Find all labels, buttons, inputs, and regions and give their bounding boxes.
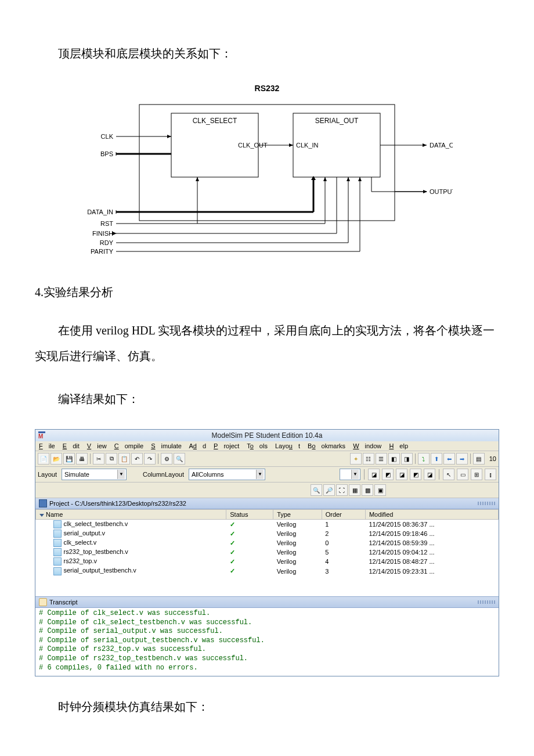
zoom-in-icon[interactable]: 🔍 <box>311 484 322 496</box>
svg-text:RST: RST <box>100 220 113 227</box>
zoom-full-icon[interactable]: ⛶ <box>336 484 348 496</box>
dropdown-small[interactable] <box>340 469 360 480</box>
table-row[interactable]: serial_output.v✓Verilog212/14/2015 09:18… <box>36 529 499 538</box>
cursor-icon[interactable]: ↖ <box>443 469 454 480</box>
svg-text:DATA_IN: DATA_IN <box>87 208 113 215</box>
paste-icon[interactable]: 📋 <box>118 453 130 465</box>
verilog-file-icon <box>53 530 62 538</box>
diagram-svg: CLK_SELECT SERIAL_OUT CLK_OUT CLK_IN CLK… <box>81 99 453 267</box>
menu-project[interactable]: Project <box>214 442 239 449</box>
menu-file[interactable]: File <box>39 442 55 449</box>
project-path: Project - C:/Users/think123/Desktop/rs23… <box>49 500 186 507</box>
zoom-e-icon[interactable]: ▩ <box>362 484 373 496</box>
undo-icon[interactable]: ↶ <box>131 453 143 465</box>
project-panel-title[interactable]: Project - C:/Users/think123/Desktop/rs23… <box>35 498 499 509</box>
transcript-panel-title[interactable]: Transcript <box>35 596 499 608</box>
table-row[interactable]: rs232_top_testbench.v✓Verilog512/14/2015… <box>36 548 499 557</box>
table-row[interactable]: clk_select.v✓Verilog012/14/2015 08:59:39… <box>36 538 499 548</box>
svg-text:PARITY: PARITY <box>91 248 114 255</box>
menu-layout[interactable]: Layout <box>275 442 300 449</box>
up-icon[interactable]: ⬆ <box>431 453 442 465</box>
columnlayout-label: ColumnLayout <box>143 471 184 478</box>
time-label: 10 <box>489 455 496 462</box>
modelsim-logo-icon: M <box>38 431 46 439</box>
sim-b-icon[interactable]: ◩ <box>382 469 394 480</box>
menubar[interactable]: File Edit View Compile Simulate Add Proj… <box>35 441 499 451</box>
col-modified[interactable]: Modified <box>365 510 498 520</box>
col-order[interactable]: Order <box>322 510 365 520</box>
transcript-line: # Compile of clk_select_testbench.v was … <box>39 618 495 628</box>
columnlayout-select[interactable]: AllColumns <box>189 469 265 480</box>
transcript-icon <box>39 598 47 606</box>
compile-icon[interactable]: ⚙ <box>161 453 172 465</box>
table-row[interactable]: rs232_top.v✓Verilog412/14/2015 08:48:27 … <box>36 557 499 566</box>
tool-a-icon[interactable]: ✦ <box>350 453 362 465</box>
verilog-file-icon <box>53 520 62 528</box>
transcript-line: # Compile of serial_output.v was success… <box>39 627 495 636</box>
check-icon: ✓ <box>230 530 235 537</box>
menu-tools[interactable]: Tools <box>247 442 268 449</box>
sim-e-icon[interactable]: ◪ <box>424 469 435 480</box>
layout-select[interactable]: Simulate <box>62 469 127 480</box>
list-icon[interactable]: ▤ <box>473 453 485 465</box>
tool-c-icon[interactable]: ☰ <box>376 453 387 465</box>
svg-text:DATA_OUT: DATA_OUT <box>430 142 453 149</box>
sim-c-icon[interactable]: ◪ <box>396 469 407 480</box>
transcript-output[interactable]: # Compile of clk_select.v was successful… <box>35 608 499 676</box>
fwd-icon[interactable]: ➡ <box>456 453 468 465</box>
zoom-f-icon[interactable]: ▣ <box>374 484 386 496</box>
sim-a-icon[interactable]: ◪ <box>368 469 380 480</box>
tool-d-icon[interactable]: ◧ <box>388 453 400 465</box>
open-icon[interactable]: 📂 <box>50 453 62 465</box>
panel-grip-icon[interactable] <box>478 502 495 505</box>
menu-compile[interactable]: Compile <box>114 442 143 449</box>
menu-add[interactable]: Add <box>189 442 206 449</box>
step-icon[interactable]: ⤵ <box>418 453 430 465</box>
panel-grip-icon[interactable] <box>478 600 495 604</box>
menu-help[interactable]: Help <box>389 442 408 449</box>
col-type[interactable]: Type <box>273 510 322 520</box>
zoom-region-icon[interactable]: ▦ <box>349 484 360 496</box>
svg-text:OUTPUT_EN: OUTPUT_EN <box>430 188 453 195</box>
col-status[interactable]: Status <box>226 510 273 520</box>
sim-d-icon[interactable]: ◩ <box>410 469 421 480</box>
redo-icon[interactable]: ↷ <box>144 453 156 465</box>
verilog-file-icon <box>53 539 62 547</box>
col-name[interactable]: Name <box>36 510 226 520</box>
toolbar-zoom: 🔍 🔎 ⛶ ▦ ▩ ▣ <box>35 483 499 498</box>
copy-icon[interactable]: ⧉ <box>106 453 117 465</box>
modelsim-window: M ModelSim PE Student Edition 10.4a File… <box>35 429 499 676</box>
menu-simulate[interactable]: Simulate <box>151 442 182 449</box>
svg-text:M: M <box>38 433 43 439</box>
find-icon[interactable]: 🔍 <box>174 453 185 465</box>
tool-b-icon[interactable]: ☷ <box>363 453 374 465</box>
wave-a-icon[interactable]: ▭ <box>457 469 468 480</box>
paragraph-3: 编译结果如下： <box>35 386 499 412</box>
table-row[interactable]: clk_select_testbench.v✓Verilog111/24/201… <box>36 520 499 530</box>
print-icon[interactable]: 🖶 <box>76 453 88 465</box>
menu-bookmarks[interactable]: Bookmarks <box>308 442 345 449</box>
check-icon: ✓ <box>230 521 235 528</box>
svg-text:CLK_SELECT: CLK_SELECT <box>193 117 237 125</box>
wave-b-icon[interactable]: ⊞ <box>471 469 482 480</box>
menu-window[interactable]: Window <box>353 442 381 449</box>
project-icon <box>39 499 47 507</box>
svg-text:CLK_IN: CLK_IN <box>296 142 319 149</box>
transcript-line: # Compile of rs232_top_testbench.v was s… <box>39 654 495 664</box>
tool-e-icon[interactable]: ◨ <box>401 453 413 465</box>
menu-edit[interactable]: Edit <box>63 442 80 449</box>
cut-icon[interactable]: ✂ <box>93 453 104 465</box>
check-icon: ✓ <box>230 567 235 574</box>
project-file-list[interactable]: Name Status Type Order Modified clk_sele… <box>35 509 499 596</box>
menu-view[interactable]: View <box>87 442 107 449</box>
wave-c-icon[interactable]: ⫿ <box>485 469 496 480</box>
new-icon[interactable]: 📄 <box>38 453 49 465</box>
verilog-file-icon <box>53 557 62 566</box>
check-icon: ✓ <box>230 549 235 556</box>
table-row[interactable]: serial_output_testbench.v✓Verilog312/14/… <box>36 566 499 575</box>
zoom-out-icon[interactable]: 🔎 <box>323 484 335 496</box>
back-icon[interactable]: ⬅ <box>443 453 455 465</box>
save-icon[interactable]: 💾 <box>63 453 75 465</box>
window-titlebar: M ModelSim PE Student Edition 10.4a <box>35 430 499 441</box>
transcript-line: # Compile of clk_select.v was successful… <box>39 609 495 618</box>
